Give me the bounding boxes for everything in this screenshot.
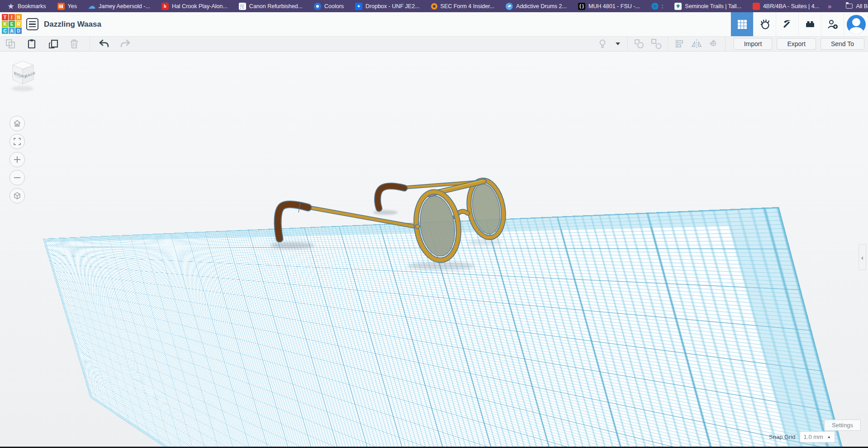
bookmark-jamey-aebersold[interactable]: ☁ Jamey Aebersold -...: [85, 2, 153, 11]
toolbar-separator: [668, 37, 668, 52]
red-square-icon: [753, 3, 760, 10]
brick-export-button[interactable]: [798, 12, 821, 36]
hinge-detail: [415, 224, 420, 229]
magnet-button[interactable]: [708, 38, 720, 50]
star-icon: ★: [7, 3, 14, 10]
globe-icon: 🌐: [651, 3, 659, 10]
paw-icon: [759, 19, 771, 30]
bookmark-muh4801[interactable]: ( ) MUH 4801 - FSU -...: [575, 2, 643, 11]
trash-icon: [69, 38, 80, 49]
avatar: [847, 15, 866, 34]
copy-icon: [5, 38, 16, 49]
paste-icon: [26, 38, 37, 49]
zoom-in-button[interactable]: [9, 152, 25, 167]
account-menu-button[interactable]: [844, 12, 868, 36]
toolbar-separator: [725, 37, 726, 52]
align-button[interactable]: [674, 38, 685, 50]
tinkercad-header: TINKERCAD Dazzling Waasa: [0, 12, 868, 37]
home-view-button[interactable]: [9, 116, 25, 131]
orange-ring-icon: [431, 3, 437, 9]
chevron-left-icon: ‹: [861, 254, 863, 261]
dropbox-icon: ✦: [355, 3, 362, 10]
pickaxe-icon: [782, 19, 793, 30]
bookmark-bookmarks[interactable]: ★ Bookmarks: [5, 2, 49, 11]
apps-grid-button[interactable]: [730, 12, 753, 36]
viewport-3d[interactable]: TOP RIGHT BACK ‹ Settings: [0, 52, 868, 447]
sim-lab-button[interactable]: [753, 12, 776, 36]
all-bookmarks-button[interactable]: All Bookmarks: [843, 2, 868, 10]
bookmark-yes[interactable]: Yes: [55, 2, 80, 11]
zoom-out-button[interactable]: [9, 170, 25, 185]
duplicate-button[interactable]: [47, 38, 59, 50]
redo-icon: [119, 38, 131, 50]
snap-grid-control: Snap Grid 1.0 mm ▲: [769, 431, 835, 443]
glasses-model[interactable]: [253, 163, 516, 280]
show-all-dropdown[interactable]: [614, 38, 622, 50]
copy-button[interactable]: [5, 38, 16, 50]
duplicate-icon: [47, 38, 59, 50]
import-button[interactable]: Import: [734, 38, 773, 50]
design-toolbar: Import Export Send To: [0, 37, 868, 52]
perspective-toggle-button[interactable]: [9, 188, 25, 203]
show-all-button[interactable]: [597, 38, 608, 50]
undo-button[interactable]: [98, 38, 110, 50]
mirror-button[interactable]: [691, 38, 702, 50]
bookmark-sec-form4[interactable]: SEC Form 4 Insider...: [428, 2, 497, 10]
browser-bookmarks-bar: ★ Bookmarks Yes ☁ Jamey Aebersold -... h…: [0, 0, 868, 12]
seminole-icon: ⚜: [674, 3, 682, 10]
settings-button[interactable]: Settings: [824, 420, 861, 431]
bookmark-canon[interactable]: 🛒 Canon Refurbished...: [236, 2, 305, 11]
zoom-in-icon: [13, 156, 21, 164]
undo-icon: [98, 38, 110, 50]
dropdown-caret-icon: [615, 42, 621, 46]
share-design-button[interactable]: [821, 12, 844, 36]
snap-grid-select[interactable]: 1.0 mm ▲: [800, 431, 835, 443]
bookmark-seminole-trails[interactable]: ⚜ Seminole Trails | Tall...: [672, 2, 744, 11]
design-properties-list-icon[interactable]: [26, 18, 38, 30]
bookmark-globe[interactable]: 🌐 :: [649, 2, 666, 11]
apps-grid-icon: [737, 19, 748, 30]
group-button[interactable]: [633, 38, 645, 50]
bookmark-dropbox[interactable]: ✦ Dropbox - UNF JE2...: [352, 2, 422, 11]
magnet-icon: [708, 38, 720, 50]
fit-view-button[interactable]: [9, 134, 25, 149]
bookmarks-overflow-chevron[interactable]: »: [828, 2, 831, 10]
cloud-icon: ☁: [88, 3, 95, 10]
model-shadow: [270, 242, 314, 249]
snap-grid-value: 1.0 mm: [804, 434, 823, 440]
folder-icon: [846, 4, 853, 9]
add-person-icon: [827, 19, 839, 30]
align-icon: [674, 38, 685, 49]
delete-button[interactable]: [68, 38, 80, 50]
mirror-icon: [691, 38, 702, 50]
show-all-bulb-icon: [597, 38, 608, 49]
bookmark-addictive-drums[interactable]: Addictive Drums 2...: [503, 2, 569, 11]
shapes-panel-collapse-tab[interactable]: ‹: [859, 244, 866, 270]
fit-view-icon: [13, 137, 21, 146]
zoom-out-icon: [13, 174, 21, 182]
home-icon: [13, 119, 21, 127]
canvas-lms-icon: ( ): [578, 3, 585, 10]
bookmark-4br4ba[interactable]: 4BR/4BA - Suites | 4...: [750, 2, 822, 11]
send-to-button[interactable]: Send To: [821, 38, 864, 50]
view-cube[interactable]: TOP RIGHT BACK: [8, 58, 38, 94]
brick-icon: [804, 19, 816, 30]
hal-crook-icon: h: [161, 3, 169, 10]
toolbar-separator: [627, 37, 628, 52]
minecraft-export-button[interactable]: [776, 12, 798, 36]
caret-up-icon: ▲: [827, 435, 831, 439]
snap-grid-label: Snap Grid: [769, 434, 796, 440]
tinkercad-logo[interactable]: TINKERCAD: [2, 14, 23, 35]
ungroup-button[interactable]: [650, 38, 662, 50]
comet-icon: [506, 3, 513, 10]
model-shadow: [467, 240, 503, 245]
paste-button[interactable]: [26, 38, 38, 50]
export-button[interactable]: Export: [777, 38, 816, 50]
model-shadow: [408, 262, 474, 270]
design-title[interactable]: Dazzling Waasa: [44, 20, 101, 29]
coolors-icon: [314, 3, 321, 10]
bookmark-hal-crook[interactable]: h Hal Crook Play-Alon...: [159, 2, 230, 11]
group-icon: [633, 38, 645, 50]
redo-button[interactable]: [119, 38, 131, 50]
bookmark-coolors[interactable]: Coolors: [311, 2, 346, 11]
